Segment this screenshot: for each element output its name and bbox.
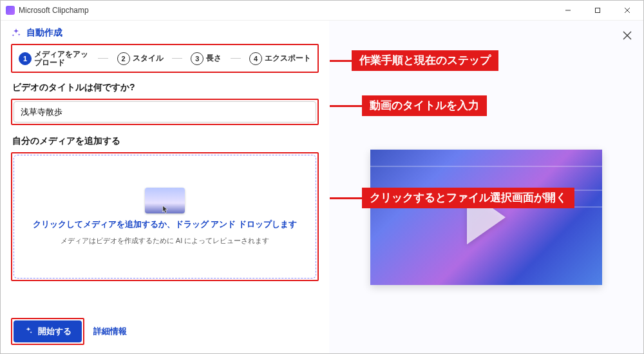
video-title-input[interactable] <box>14 101 316 123</box>
step-2-number: 2 <box>117 52 130 65</box>
media-dropzone[interactable]: クリックしてメディアを追加するか、ドラッグ アンド ドロップします メディアはビ… <box>14 155 316 279</box>
window-controls <box>553 1 642 20</box>
maximize-button[interactable] <box>583 1 612 20</box>
sparkle-icon <box>11 28 21 38</box>
media-thumbnail-icon <box>145 188 185 213</box>
step-3-label: 長さ <box>206 54 222 63</box>
video-preview[interactable] <box>370 150 602 285</box>
left-panel: 自動作成 1 メディアをアップロード 2 スタイル 3 長さ <box>1 21 329 354</box>
add-media-label: 自分のメディアを追加する <box>12 135 317 147</box>
start-button-label: 開始する <box>38 326 71 337</box>
play-icon <box>467 190 506 244</box>
sparkle-icon <box>24 326 33 337</box>
dropzone-sub-text: メディアはビデオを作成するために AI によってレビューされます <box>61 236 270 246</box>
app-icon <box>6 6 15 15</box>
footer: 開始する 詳細情報 <box>11 318 127 345</box>
panel-close-button[interactable] <box>623 30 632 43</box>
right-panel <box>329 21 643 354</box>
step-2-label: スタイル <box>133 54 164 63</box>
minimize-button[interactable] <box>553 1 583 20</box>
title-input-highlight <box>11 99 319 125</box>
step-separator <box>231 58 241 59</box>
cursor-icon <box>160 204 170 217</box>
app-body: 自動作成 1 メディアをアップロード 2 スタイル 3 長さ <box>1 21 643 354</box>
stepper: 1 メディアをアップロード 2 スタイル 3 長さ 4 エクスポート <box>11 44 319 73</box>
dropzone-highlight: クリックしてメディアを追加するか、ドラッグ アンド ドロップします メディアはビ… <box>11 152 319 281</box>
step-2[interactable]: 2 スタイル <box>117 52 164 65</box>
step-3-number: 3 <box>191 52 204 65</box>
start-button-highlight: 開始する <box>11 318 84 345</box>
window-close-button[interactable] <box>612 1 642 20</box>
step-separator <box>98 58 108 59</box>
titlebar: Microsoft Clipchamp <box>1 1 643 21</box>
step-1-number: 1 <box>19 52 32 65</box>
start-button[interactable]: 開始する <box>14 320 82 342</box>
step-4-label: エクスポート <box>265 54 311 63</box>
titlebar-left: Microsoft Clipchamp <box>6 6 89 15</box>
app-window: Microsoft Clipchamp 自動作成 <box>0 0 644 354</box>
app-title: Microsoft Clipchamp <box>19 6 89 15</box>
dropzone-main-text: クリックしてメディアを追加するか、ドラッグ アンド ドロップします <box>33 219 297 231</box>
auto-create-header: 自動作成 <box>11 27 319 39</box>
step-4-number: 4 <box>249 52 262 65</box>
title-question: ビデオのタイトルは何ですか? <box>12 82 317 93</box>
auto-create-label: 自動作成 <box>26 27 62 39</box>
details-link[interactable]: 詳細情報 <box>93 326 127 337</box>
step-3[interactable]: 3 長さ <box>191 52 222 65</box>
svg-rect-1 <box>596 8 600 13</box>
step-1-label: メディアをアップロード <box>34 50 90 66</box>
step-separator <box>172 58 182 59</box>
step-1[interactable]: 1 メディアをアップロード <box>19 50 90 66</box>
step-4[interactable]: 4 エクスポート <box>249 52 311 65</box>
